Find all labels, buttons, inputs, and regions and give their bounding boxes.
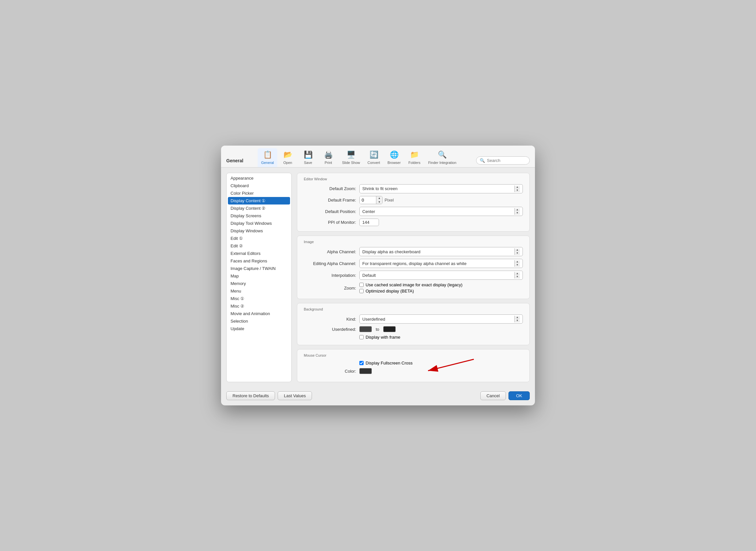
window-title: General	[226, 158, 252, 167]
frame-up-btn[interactable]: ▲	[376, 196, 382, 200]
default-zoom-up[interactable]: ▲	[515, 185, 520, 189]
sidebar-item-memory[interactable]: Memory	[227, 280, 291, 287]
sidebar-item-map[interactable]: Map	[227, 272, 291, 280]
sidebar-item-misc-1[interactable]: Misc ①	[227, 295, 291, 302]
sidebar-item-display-tool-windows[interactable]: Display Tool Windows	[227, 219, 291, 227]
editor-window-section: Editor Window Default Zoom: Shrink to fi…	[297, 173, 530, 232]
display-frame-label[interactable]: Display with frame	[359, 335, 400, 340]
image-section: Image Alpha Channel: Display alpha as ch…	[297, 235, 530, 299]
print-icon: 🖨️	[323, 149, 334, 160]
interpolation-select[interactable]: Default ▲ ▼	[359, 270, 523, 280]
fullscreen-cross-checkbox[interactable]	[359, 361, 364, 365]
sidebar-item-faces-regions[interactable]: Faces and Regions	[227, 257, 291, 265]
sidebar-item-misc-2[interactable]: Misc ②	[227, 302, 291, 310]
default-position-row: Default Position: Center ▲ ▼	[304, 207, 523, 216]
sidebar: Appearance Clipboard Color Picker Displa…	[226, 173, 292, 382]
content-area: Appearance Clipboard Color Picker Displa…	[221, 167, 535, 388]
display-frame-text: Display with frame	[366, 335, 400, 340]
save-icon: 💾	[303, 149, 313, 160]
zoom-option2-label[interactable]: Optimized display (BETA)	[359, 289, 462, 294]
frame-down-btn[interactable]: ▼	[376, 200, 382, 204]
alpha-channel-select[interactable]: Display alpha as checkerboard ▲ ▼	[359, 247, 523, 256]
toolbar-item-folders[interactable]: 📁 Folders	[404, 148, 424, 167]
alpha-channel-value: Display alpha as checkerboard	[362, 249, 513, 254]
ok-button[interactable]: OK	[508, 391, 530, 400]
sidebar-item-update[interactable]: Update	[227, 325, 291, 333]
toolbar-item-slideshow[interactable]: 🖥️ Slide Show	[339, 148, 363, 167]
interpolation-label: Interpolation:	[304, 273, 356, 278]
default-zoom-down[interactable]: ▼	[515, 189, 520, 192]
toolbar-item-general[interactable]: 📋 General	[258, 148, 277, 167]
display-frame-checkbox[interactable]	[359, 335, 364, 339]
sidebar-item-menu[interactable]: Menu	[227, 287, 291, 295]
zoom-option1-label[interactable]: Use cached scaled image for exact displa…	[359, 283, 462, 287]
interpolation-down[interactable]: ▼	[515, 275, 520, 279]
kind-control: Userdefined ▲ ▼	[359, 315, 523, 324]
toolbar-item-print[interactable]: 🖨️ Print	[318, 148, 338, 167]
bottom-bar: Restore to Defaults Last Values Cancel O…	[221, 388, 535, 405]
sidebar-item-appearance[interactable]: Appearance	[227, 174, 291, 182]
editing-alpha-stepper[interactable]: ▲ ▼	[514, 260, 520, 267]
zoom-option2-checkbox[interactable]	[359, 289, 364, 293]
bg-color2-swatch[interactable]	[383, 326, 396, 332]
alpha-stepper[interactable]: ▲ ▼	[514, 248, 520, 255]
bg-color1-swatch[interactable]	[359, 326, 372, 332]
kind-stepper[interactable]: ▲ ▼	[514, 316, 520, 322]
position-down[interactable]: ▼	[515, 211, 520, 215]
sidebar-item-external-editors[interactable]: External Editors	[227, 250, 291, 257]
zoom-option1-checkbox[interactable]	[359, 283, 364, 287]
toolbar-item-browser[interactable]: 🌐 Browser	[384, 148, 404, 167]
toolbar-item-save[interactable]: 💾 Save	[298, 148, 318, 167]
position-up[interactable]: ▲	[515, 208, 520, 211]
toolbar-item-convert[interactable]: 🔄 Convert	[364, 148, 384, 167]
sidebar-item-colorpicker[interactable]: Color Picker	[227, 189, 291, 197]
ppi-monitor-input[interactable]	[359, 218, 379, 226]
sidebar-item-display-windows[interactable]: Display Windows	[227, 227, 291, 234]
editing-alpha-select[interactable]: For transparent regions, display alpha c…	[359, 259, 523, 268]
kind-up[interactable]: ▲	[515, 316, 520, 319]
interpolation-stepper[interactable]: ▲ ▼	[514, 272, 520, 279]
sidebar-item-display-content-2[interactable]: Display Content ②	[227, 204, 291, 212]
default-frame-row: Default Frame: ▲ ▼ Pixel	[304, 196, 523, 204]
zoom-options-control: Use cached scaled image for exact displa…	[359, 283, 523, 294]
cursor-color-swatch[interactable]	[359, 368, 372, 374]
kind-down[interactable]: ▼	[515, 319, 520, 322]
sidebar-item-image-capture[interactable]: Image Capture / TWAIN	[227, 265, 291, 272]
sidebar-item-edit-2[interactable]: Edit ②	[227, 242, 291, 250]
interpolation-up[interactable]: ▲	[515, 272, 520, 275]
cancel-button[interactable]: Cancel	[480, 391, 506, 400]
sidebar-item-clipboard[interactable]: Clipboard	[227, 182, 291, 189]
default-frame-input[interactable]	[360, 196, 376, 204]
kind-select[interactable]: Userdefined ▲ ▼	[359, 315, 523, 324]
default-zoom-stepper[interactable]: ▲ ▼	[514, 185, 520, 192]
main-panel: Editor Window Default Zoom: Shrink to fi…	[292, 173, 530, 382]
toolbar-item-finder[interactable]: 🔍 Finder Integration	[425, 148, 459, 167]
default-position-value: Center	[362, 209, 513, 214]
search-input[interactable]	[487, 158, 526, 163]
sidebar-item-edit-1[interactable]: Edit ①	[227, 234, 291, 242]
default-frame-control: ▲ ▼ Pixel	[359, 196, 523, 204]
default-zoom-value: Shrink to fit screen	[362, 186, 513, 191]
alpha-down[interactable]: ▼	[515, 251, 520, 255]
ppi-monitor-label: PPI of Monitor:	[304, 220, 356, 225]
editing-alpha-up[interactable]: ▲	[515, 260, 520, 263]
sidebar-item-display-screens[interactable]: Display Screens	[227, 212, 291, 219]
zoom-label: Zoom:	[304, 286, 356, 291]
editing-alpha-down[interactable]: ▼	[515, 263, 520, 267]
editor-window-title: Editor Window	[304, 177, 523, 181]
search-field[interactable]: 🔍	[476, 156, 530, 164]
editing-alpha-value: For transparent regions, display alpha c…	[362, 261, 513, 266]
kind-row: Kind: Userdefined ▲ ▼	[304, 315, 523, 324]
sidebar-item-display-content-1[interactable]: Display Content ①	[228, 197, 290, 204]
alpha-up[interactable]: ▲	[515, 248, 520, 251]
browser-icon: 🌐	[389, 149, 399, 160]
default-zoom-select[interactable]: Shrink to fit screen ▲ ▼	[359, 184, 523, 193]
restore-defaults-button[interactable]: Restore to Defaults	[226, 391, 275, 400]
sidebar-item-selection[interactable]: Selection	[227, 318, 291, 325]
default-position-select[interactable]: Center ▲ ▼	[359, 207, 523, 216]
last-values-button[interactable]: Last Values	[278, 391, 312, 400]
sidebar-item-movie-animation[interactable]: Movie and Animation	[227, 310, 291, 318]
toolbar-item-open[interactable]: 📂 Open	[278, 148, 298, 167]
position-stepper[interactable]: ▲ ▼	[514, 208, 520, 215]
fullscreen-cross-label[interactable]: Display Fullscreen Cross	[359, 361, 413, 366]
